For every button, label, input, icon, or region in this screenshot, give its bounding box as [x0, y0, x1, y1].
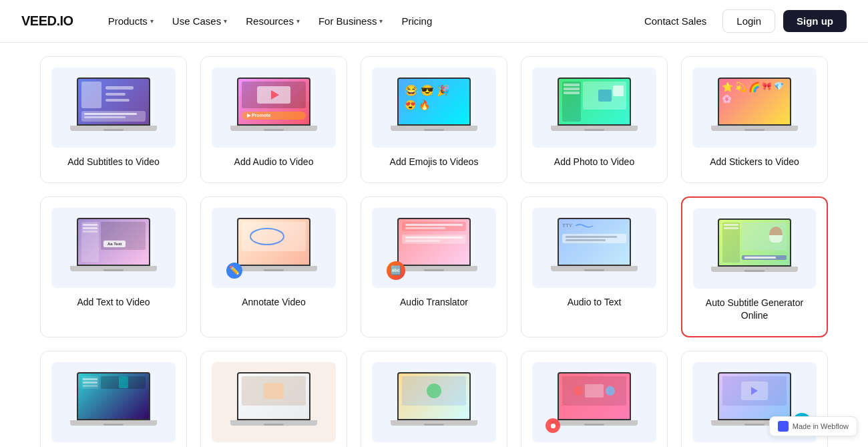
laptop-mockup: ▶ Promote — [230, 78, 317, 138]
card-label: Audio Translator — [400, 296, 468, 309]
row3-grid: ⏺ — [40, 351, 828, 447]
contact-sales-link[interactable]: Contact Sales — [636, 11, 714, 31]
card-annotate[interactable]: ✏️ Annotate Video — [200, 196, 347, 337]
screen — [77, 372, 150, 420]
laptop-base — [70, 126, 157, 131]
screen: 😂 😎 🎉 😍 🔥 — [397, 78, 471, 126]
card-label: Audio to Text — [568, 296, 622, 309]
row1-grid: Add Subtitles to Video ▶ Promote — [40, 56, 828, 183]
navbar: VEED.IO Products ▾ Use Cases ▾ Resources… — [0, 0, 868, 43]
thumbnail-audio: ▶ Promote — [212, 67, 336, 148]
screen — [397, 372, 471, 420]
thumbnail-row3-4: ⏺ — [532, 362, 656, 442]
laptop-mockup: ⭐ 💫 🌈 🎀 💎 🌸 — [711, 78, 798, 138]
card-translator[interactable]: 🔤 Audio Translator — [361, 196, 507, 337]
laptop-mockup: Aa Text — [70, 218, 157, 278]
laptop-base — [70, 266, 157, 271]
nav-for-business-label: For Business — [318, 15, 377, 27]
webflow-badge: Made in Webflow — [769, 416, 857, 436]
card-subtitles[interactable]: Add Subtitles to Video — [40, 56, 187, 183]
chevron-down-icon: ▾ — [379, 17, 383, 25]
nav-pricing[interactable]: Pricing — [393, 11, 440, 31]
laptop-mockup — [70, 78, 157, 138]
thumbnail-text: Aa Text — [51, 208, 176, 288]
card-label: Add Stickers to Video — [710, 156, 799, 169]
card-label: Annotate Video — [242, 296, 306, 309]
laptop-mockup — [70, 372, 157, 432]
nav-products-label: Products — [108, 15, 148, 27]
nav-for-business[interactable]: For Business ▾ — [310, 11, 391, 31]
chevron-down-icon: ▾ — [150, 17, 154, 25]
laptop-base — [711, 267, 798, 272]
card-photo[interactable]: Add Photo to Video — [521, 56, 668, 183]
card-label: Auto Subtitle Generator Online — [693, 297, 816, 323]
laptop-base — [70, 420, 157, 426]
laptop-mockup: 😂 😎 🎉 😍 🔥 — [391, 78, 477, 138]
nav-use-cases[interactable]: Use Cases ▾ — [164, 11, 235, 31]
main-content: Add Subtitles to Video ▶ Promote — [0, 43, 868, 447]
card-label: Add Subtitles to Video — [67, 156, 160, 169]
laptop-mockup — [230, 372, 317, 432]
nav-pricing-label: Pricing — [401, 15, 432, 27]
webflow-logo-icon — [778, 421, 789, 432]
card-emojis[interactable]: 😂 😎 🎉 😍 🔥 Add Emojis to Videos — [361, 56, 507, 183]
laptop-base — [551, 126, 638, 131]
laptop-mockup — [711, 218, 798, 279]
laptop-base — [711, 126, 798, 131]
card-stickers[interactable]: ⭐ 💫 🌈 🎀 💎 🌸 Add Stickers to Video — [681, 56, 828, 183]
card-label: Add Audio to Video — [234, 156, 314, 169]
thumbnail-translator: 🔤 — [372, 208, 496, 288]
laptop-base — [391, 126, 477, 131]
thumbnail-row3-2 — [212, 362, 336, 442]
card-row3-1[interactable] — [40, 351, 187, 447]
card-a2t[interactable]: TTY Audio to Text — [521, 196, 668, 337]
screen: ▶ Promote — [237, 78, 310, 126]
card-label: Add Text to Video — [77, 296, 150, 309]
chevron-down-icon: ▾ — [224, 17, 227, 25]
nav-resources[interactable]: Resources ▾ — [238, 11, 308, 31]
nav-use-cases-label: Use Cases — [172, 15, 221, 27]
screen: ⭐ 💫 🌈 🎀 💎 🌸 — [718, 78, 791, 126]
screen: Aa Text — [77, 218, 150, 266]
webflow-label: Made in Webflow — [793, 422, 849, 430]
screen — [558, 78, 631, 126]
card-row3-3[interactable] — [361, 351, 507, 447]
laptop-mockup — [230, 218, 317, 278]
laptop-base — [230, 266, 317, 271]
signup-button[interactable]: Sign up — [783, 10, 847, 32]
thumbnail-autosubtitle — [693, 208, 816, 289]
thumbnail-subtitles — [51, 67, 176, 148]
screen — [397, 218, 471, 266]
card-audio[interactable]: ▶ Promote Add Audio to Video — [200, 56, 347, 183]
thumbnail-photo — [532, 67, 656, 148]
login-button[interactable]: Login — [722, 9, 775, 33]
logo[interactable]: VEED.IO — [21, 13, 73, 29]
pencil-icon: ✏️ — [226, 263, 242, 279]
card-label: Add Photo to Video — [554, 156, 634, 169]
nav-links: Products ▾ Use Cases ▾ Resources ▾ For B… — [100, 11, 636, 31]
chevron-down-icon: ▾ — [296, 17, 300, 25]
thumbnail-emojis: 😂 😎 🎉 😍 🔥 — [372, 67, 496, 148]
laptop-base — [230, 126, 317, 131]
screen — [558, 372, 631, 420]
thumbnail-annotate: ✏️ — [212, 208, 336, 288]
svg-point-0 — [250, 229, 284, 245]
screen — [718, 372, 791, 420]
record-icon: ⏺ — [546, 418, 560, 433]
nav-right: Contact Sales Login Sign up — [636, 9, 847, 33]
card-text[interactable]: Aa Text Add Text to Video — [40, 196, 187, 337]
card-label: Add Emojis to Videos — [390, 156, 479, 169]
laptop-base — [230, 420, 317, 426]
thumbnail-stickers: ⭐ 💫 🌈 🎀 💎 🌸 — [692, 67, 817, 148]
card-autosubtitle[interactable]: Auto Subtitle Generator Online — [681, 196, 828, 337]
card-row3-4[interactable]: ⏺ — [521, 351, 668, 447]
laptop-base — [391, 420, 477, 426]
thumbnail-a2t: TTY — [532, 208, 656, 288]
nav-products[interactable]: Products ▾ — [100, 11, 162, 31]
thumbnail-row3-1 — [51, 362, 176, 442]
laptop-mockup — [551, 372, 638, 432]
screen — [77, 78, 150, 126]
card-row3-2[interactable] — [200, 351, 347, 447]
screen: TTY — [558, 218, 631, 266]
thumbnail-row3-3 — [372, 362, 496, 442]
